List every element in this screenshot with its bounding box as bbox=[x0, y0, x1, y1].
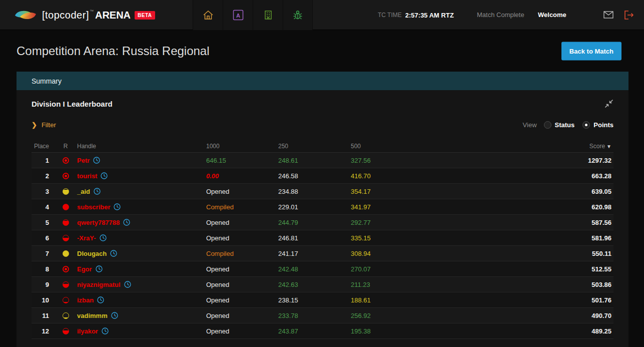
column-header-score[interactable]: Score▼ bbox=[439, 143, 613, 150]
points-250-cell: 246.81 bbox=[276, 234, 349, 242]
points-500-cell: 341.97 bbox=[349, 203, 439, 211]
back-to-match-button[interactable]: Back to Match bbox=[561, 42, 621, 60]
clock-icon[interactable] bbox=[96, 265, 103, 272]
admin-nav-button[interactable]: A bbox=[223, 0, 253, 30]
column-header-rating[interactable]: R bbox=[54, 143, 77, 150]
clock-icon[interactable] bbox=[94, 188, 101, 195]
table-row: 6 -XraY- Opened 246.81 335.15 581.96 bbox=[32, 230, 613, 246]
clock-icon[interactable] bbox=[97, 296, 104, 303]
page-title: Competition Arena: Russia Regional bbox=[17, 44, 210, 58]
points-500-cell: 270.07 bbox=[349, 265, 439, 273]
collapse-button[interactable] bbox=[604, 99, 613, 108]
points-250-cell: 238.15 bbox=[276, 296, 349, 304]
logo-trademark: ™ bbox=[90, 0, 94, 14]
status-radio[interactable] bbox=[544, 121, 551, 129]
leaderboard-header: Division I Leaderboard bbox=[32, 90, 613, 108]
page-header: Competition Arena: Russia Regional Back … bbox=[0, 30, 644, 72]
points-1000-cell: Opened bbox=[204, 296, 276, 304]
score-cell: 550.11 bbox=[439, 250, 613, 257]
clock-icon[interactable] bbox=[110, 250, 117, 257]
rating-gauge-icon bbox=[63, 173, 69, 179]
topcoder-logo[interactable]: [topcoder] ™ ARENA BETA bbox=[14, 0, 155, 30]
points-500-cell: 327.56 bbox=[349, 157, 439, 164]
clock-icon[interactable] bbox=[124, 281, 131, 288]
logout-button[interactable] bbox=[624, 11, 634, 22]
status-radio-label[interactable]: Status bbox=[555, 121, 575, 129]
handle-link[interactable]: _aid bbox=[77, 188, 90, 195]
lobby-nav-button[interactable] bbox=[253, 0, 283, 30]
points-250-cell: 241.17 bbox=[276, 250, 349, 257]
clock-icon[interactable] bbox=[111, 312, 118, 319]
score-cell: 1297.32 bbox=[439, 157, 613, 164]
score-cell: 503.86 bbox=[439, 281, 613, 288]
handle-link[interactable]: subscriber bbox=[77, 203, 110, 211]
bug-icon bbox=[292, 10, 303, 21]
column-header-500[interactable]: 500 bbox=[349, 143, 439, 150]
points-radio-label[interactable]: Points bbox=[593, 121, 613, 129]
view-controls: View Status Points bbox=[523, 121, 613, 129]
messages-button[interactable] bbox=[603, 11, 613, 21]
clock-icon[interactable] bbox=[102, 327, 109, 334]
logo-text: [topcoder] bbox=[42, 10, 89, 21]
points-1000-cell: Compiled bbox=[204, 203, 276, 211]
rating-gauge-icon bbox=[63, 235, 69, 241]
handle-link[interactable]: vadimmm bbox=[77, 312, 108, 319]
summary-accordion-header[interactable]: Summary bbox=[17, 72, 628, 90]
clock-icon[interactable] bbox=[123, 219, 130, 226]
column-header-1000[interactable]: 1000 bbox=[204, 143, 276, 150]
handle-link[interactable]: -XraY- bbox=[77, 234, 96, 242]
clock-icon[interactable] bbox=[101, 172, 108, 179]
rating-gauge-icon bbox=[63, 204, 69, 210]
handle-link[interactable]: Egor bbox=[77, 265, 92, 273]
match-status: Match Complete bbox=[477, 0, 524, 30]
points-500-cell: 292.77 bbox=[349, 219, 439, 226]
handle-link[interactable]: ilyakor bbox=[77, 327, 98, 335]
tc-time-value: 2:57:35 AM RTZ bbox=[405, 12, 454, 19]
rating-gauge-icon bbox=[63, 281, 69, 288]
filter-toggle[interactable]: ❯ Filter bbox=[32, 121, 56, 129]
column-header-place[interactable]: Place bbox=[32, 143, 54, 150]
table-row: 10 izban Opened 238.15 188.61 501.76 bbox=[32, 292, 613, 308]
points-1000-cell: 0.00 bbox=[204, 172, 276, 180]
handle-link[interactable]: niyaznigmatul bbox=[77, 281, 121, 288]
rating-gauge-icon bbox=[63, 250, 69, 257]
points-250-cell: 246.58 bbox=[276, 172, 349, 180]
handle-link[interactable]: tourist bbox=[77, 172, 97, 180]
summary-title: Summary bbox=[32, 77, 62, 85]
place-cell: 2 bbox=[32, 172, 54, 180]
table-header-row: Place R Handle 1000 250 500 Score▼ bbox=[32, 140, 613, 153]
score-cell: 620.98 bbox=[439, 203, 613, 211]
home-nav-button[interactable] bbox=[193, 0, 223, 30]
score-cell: 512.55 bbox=[439, 265, 613, 273]
score-cell: 663.28 bbox=[439, 172, 613, 180]
points-500-cell: 256.92 bbox=[349, 312, 439, 319]
clock-icon[interactable] bbox=[93, 157, 100, 164]
handle-link[interactable]: izban bbox=[77, 296, 94, 304]
column-header-250[interactable]: 250 bbox=[276, 143, 349, 150]
score-cell: 639.05 bbox=[439, 188, 613, 195]
table-row: 1 Petr 646.15 248.61 327.56 1297.32 bbox=[32, 153, 613, 168]
handle-link[interactable]: Petr bbox=[77, 157, 90, 164]
bug-report-nav-button[interactable] bbox=[283, 0, 313, 30]
clock-icon[interactable] bbox=[100, 234, 107, 241]
place-cell: 12 bbox=[32, 327, 54, 335]
table-row: 12 ilyakor Opened 243.87 195.38 489.25 bbox=[32, 323, 613, 339]
welcome-menu[interactable]: Welcome bbox=[538, 0, 566, 30]
points-250-cell: 244.79 bbox=[276, 219, 349, 226]
place-cell: 7 bbox=[32, 250, 54, 257]
handle-link[interactable]: Dlougach bbox=[77, 250, 107, 257]
leaderboard-panel: Division I Leaderboard ❯ Filter View Sta… bbox=[17, 90, 628, 347]
chevron-right-icon: ❯ bbox=[32, 121, 37, 129]
points-1000-cell: Opened bbox=[204, 327, 276, 335]
points-500-cell: 188.61 bbox=[349, 296, 439, 304]
rating-gauge-icon bbox=[63, 188, 69, 195]
clock-icon[interactable] bbox=[114, 203, 121, 210]
column-header-handle[interactable]: Handle bbox=[77, 143, 204, 150]
points-radio[interactable] bbox=[582, 121, 590, 129]
handle-link[interactable]: qwerty787788 bbox=[77, 219, 120, 226]
points-250-cell: 248.61 bbox=[276, 157, 349, 164]
tc-time-label: TC TIME bbox=[378, 12, 402, 19]
place-cell: 9 bbox=[32, 281, 54, 288]
view-label: View bbox=[523, 121, 537, 129]
rating-gauge-icon bbox=[63, 219, 69, 226]
